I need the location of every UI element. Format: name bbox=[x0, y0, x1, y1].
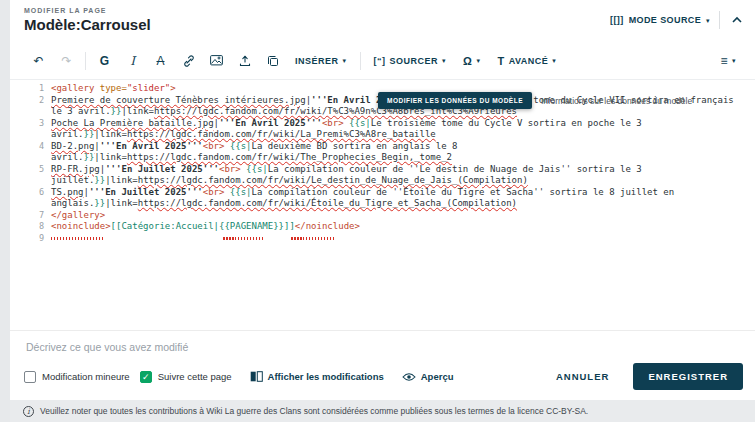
cite-label: SOURCER bbox=[390, 56, 439, 66]
code-text: <noinclude>[[Catégorie:Accueil|{{PAGENAM… bbox=[51, 221, 755, 233]
code-text: Poche La Première bataille.jpg|'''En Avr… bbox=[51, 118, 755, 141]
line-number: 3 bbox=[10, 118, 51, 141]
line-number: 1 bbox=[10, 83, 51, 95]
code-editor[interactable]: 1<gallery type="slider">2Premiere de cou… bbox=[10, 80, 755, 330]
minor-edit-label: Modification mineure bbox=[42, 371, 130, 382]
bold-button[interactable]: G bbox=[92, 49, 117, 73]
line-number: 5 bbox=[10, 164, 51, 187]
preview-button[interactable]: Aperçu bbox=[402, 371, 454, 382]
insert-label: INSÉRER bbox=[295, 56, 339, 66]
save-panel: Modification mineure ✓ Suivre cette page… bbox=[10, 330, 755, 400]
code-line[interactable]: 4BD-2.png|'''En Avril 2025'''<br> {{s|La… bbox=[10, 141, 755, 164]
license-notice: Veuillez noter que toutes les contributi… bbox=[40, 406, 588, 416]
preview-label: Aperçu bbox=[421, 371, 454, 382]
strikethrough-button[interactable]: A bbox=[148, 49, 173, 73]
info-icon: i bbox=[23, 406, 34, 417]
line-number: 8 bbox=[10, 221, 51, 233]
source-mode-label: MODE SOURCE bbox=[629, 15, 701, 25]
italic-icon: I bbox=[130, 54, 135, 68]
line-number: 9 bbox=[10, 233, 51, 245]
redo-button[interactable]: ↷ bbox=[54, 49, 79, 73]
copy-icon bbox=[267, 55, 279, 67]
chevron-down-icon: ▾ bbox=[343, 57, 347, 64]
cancel-button[interactable]: ANNULER bbox=[556, 371, 609, 382]
chevron-down-icon: ▾ bbox=[442, 57, 446, 64]
bold-icon: G bbox=[100, 54, 109, 68]
line-number: 7 bbox=[10, 210, 51, 222]
insert-dropdown[interactable]: INSÉRER ▾ bbox=[288, 56, 354, 66]
advanced-label: AVANCÉ bbox=[509, 56, 549, 66]
strikethrough-icon: A bbox=[156, 54, 164, 68]
divider bbox=[719, 11, 720, 29]
undo-button[interactable]: ↶ bbox=[26, 49, 51, 73]
advanced-dropdown[interactable]: T AVANCÉ ▾ bbox=[490, 55, 563, 67]
template-data-hint: Informations sur les données du modèle bbox=[541, 96, 692, 106]
special-characters-dropdown[interactable]: Ω ▾ bbox=[456, 55, 487, 67]
link-button[interactable] bbox=[176, 49, 201, 73]
source-editor-window: MODIFIER LA PAGE Modèle:Carrousel [[]] M… bbox=[10, 0, 755, 422]
chevron-down-icon: ▾ bbox=[706, 17, 710, 24]
editor-menu-button[interactable]: ≡ ▾ bbox=[713, 54, 743, 68]
watch-page-checkbox[interactable]: ✓ Suivre cette page bbox=[140, 371, 232, 383]
chevron-down-icon: ▾ bbox=[732, 57, 736, 64]
header-right-controls: [[]] MODE SOURCE ▾ bbox=[610, 11, 745, 29]
code-line[interactable]: 5RP-FR.jpg|'''En Juillet 2025'''<br> {{s… bbox=[10, 164, 755, 187]
image-button[interactable] bbox=[204, 49, 229, 73]
chevron-up-icon bbox=[731, 16, 743, 24]
code-line[interactable]: 7</gallery> bbox=[10, 210, 755, 222]
image-icon bbox=[210, 55, 223, 66]
link-icon bbox=[183, 55, 195, 67]
code-line[interactable]: 3Poche La Première bataille.jpg|'''En Av… bbox=[10, 118, 755, 141]
code-line[interactable]: 6TS.png|'''En Juillet 2025'''<br> {{s|La… bbox=[10, 187, 755, 210]
code-text: </gallery> bbox=[51, 210, 755, 222]
save-button[interactable]: ENREGISTRER bbox=[633, 363, 743, 390]
edit-summary-input[interactable] bbox=[24, 340, 745, 354]
cite-dropdown[interactable]: [“] SOURCER ▾ bbox=[367, 56, 454, 66]
upload-icon bbox=[239, 55, 251, 67]
page-background-strip bbox=[0, 0, 10, 422]
code-line[interactable]: 9 bbox=[10, 233, 755, 245]
line-number: 4 bbox=[10, 141, 51, 164]
diff-icon bbox=[250, 371, 263, 382]
source-mode-icon: [[]] bbox=[610, 15, 624, 25]
template-data-overlay: MODIFIER LES DONNÉES DU MODÈLE Informati… bbox=[378, 92, 692, 109]
checkbox-unchecked-icon bbox=[24, 371, 36, 383]
chevron-down-icon: ▾ bbox=[552, 57, 556, 64]
copy-button[interactable] bbox=[260, 49, 285, 73]
minor-edit-checkbox[interactable]: Modification mineure bbox=[24, 371, 130, 383]
menu-icon: ≡ bbox=[720, 54, 728, 68]
show-changes-button[interactable]: Afficher les modifications bbox=[250, 371, 384, 382]
text-style-icon: T bbox=[497, 55, 504, 67]
code-line[interactable]: 8<noinclude>[[Catégorie:Accueil|{{PAGENA… bbox=[10, 221, 755, 233]
eye-icon bbox=[402, 372, 416, 382]
editor-toolbar: ↶ ↷ G I A bbox=[10, 42, 755, 80]
cite-icon: [“] bbox=[374, 56, 386, 66]
source-mode-dropdown[interactable]: [[]] MODE SOURCE ▾ bbox=[610, 15, 710, 25]
code-text bbox=[51, 233, 755, 245]
edit-template-data-button[interactable]: MODIFIER LES DONNÉES DU MODÈLE bbox=[378, 92, 532, 109]
page-header: MODIFIER LA PAGE Modèle:Carrousel [[]] M… bbox=[10, 0, 755, 42]
italic-button[interactable]: I bbox=[120, 49, 145, 73]
save-controls-row: Modification mineure ✓ Suivre cette page… bbox=[10, 356, 755, 390]
show-changes-label: Afficher les modifications bbox=[268, 371, 384, 382]
line-number: 6 bbox=[10, 187, 51, 210]
collapse-editor-button[interactable] bbox=[729, 14, 745, 26]
redo-icon: ↷ bbox=[61, 54, 71, 68]
watch-page-label: Suivre cette page bbox=[158, 371, 232, 382]
code-text: BD-2.png|'''En Avril 2025'''<br> {{s|La … bbox=[51, 141, 755, 164]
divider bbox=[85, 52, 86, 70]
divider bbox=[360, 52, 361, 70]
omega-icon: Ω bbox=[463, 55, 472, 67]
code-text: TS.png|'''En Juillet 2025'''<br> {{s|La … bbox=[51, 187, 755, 210]
license-notice-bar: i Veuillez noter que toutes les contribu… bbox=[10, 400, 755, 422]
upload-button[interactable] bbox=[232, 49, 257, 73]
code-text: RP-FR.jpg|'''En Juillet 2025'''<br> {{s|… bbox=[51, 164, 755, 187]
checkbox-checked-icon: ✓ bbox=[140, 371, 152, 383]
line-number: 2 bbox=[10, 95, 51, 118]
chevron-down-icon: ▾ bbox=[476, 57, 480, 64]
undo-icon: ↶ bbox=[33, 54, 43, 68]
